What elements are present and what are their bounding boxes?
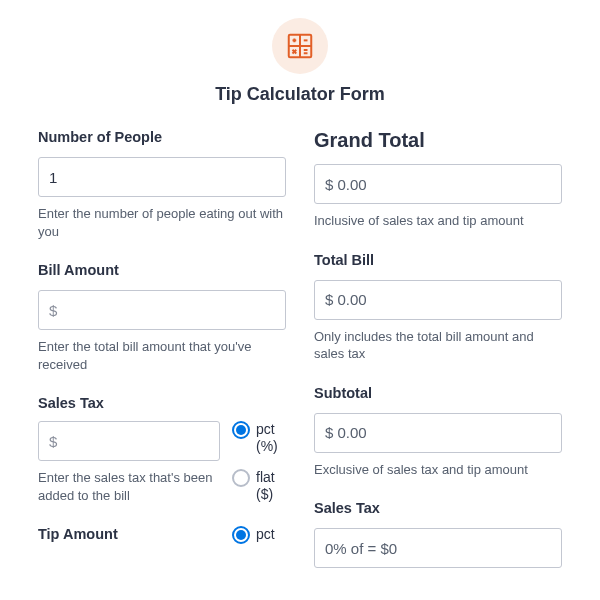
subtotal-help: Exclusive of sales tax and tip amount [314, 461, 562, 479]
form-header: Tip Calculator Form [38, 18, 562, 105]
bill-help: Enter the total bill amount that you've … [38, 338, 286, 373]
form-columns: Number of People Enter the number of peo… [38, 129, 562, 568]
sales-tax-flat-option[interactable]: flat ($) [232, 469, 286, 503]
radio-unchecked-icon [232, 469, 250, 487]
sales-tax-help: Enter the sales tax that's been added to… [38, 469, 220, 504]
sales-tax-pct-label: pct (%) [256, 421, 286, 455]
people-input[interactable] [38, 157, 286, 197]
inputs-column: Number of People Enter the number of peo… [38, 129, 286, 568]
grand-total-field: Grand Total Inclusive of sales tax and t… [314, 129, 562, 230]
grand-total-output [314, 164, 562, 204]
people-label: Number of People [38, 129, 286, 145]
tip-pct-label: pct [256, 526, 275, 543]
tip-pct-option[interactable]: pct [232, 526, 286, 544]
people-help: Enter the number of people eating out wi… [38, 205, 286, 240]
sales-tax-output-label: Sales Tax [314, 500, 562, 516]
tip-radio-group: pct [232, 526, 286, 544]
subtotal-field: Subtotal Exclusive of sales tax and tip … [314, 385, 562, 479]
radio-checked-icon [232, 421, 250, 439]
total-bill-field: Total Bill Only includes the total bill … [314, 252, 562, 363]
calculator-icon [272, 18, 328, 74]
bill-label: Bill Amount [38, 262, 286, 278]
total-bill-output [314, 280, 562, 320]
people-field: Number of People Enter the number of peo… [38, 129, 286, 240]
tip-field: Tip Amount pct [38, 526, 286, 544]
sales-tax-radio-group: pct (%) flat ($) [232, 421, 286, 502]
subtotal-label: Subtotal [314, 385, 562, 401]
sales-tax-output [314, 528, 562, 568]
sales-tax-pct-option[interactable]: pct (%) [232, 421, 286, 455]
bill-field: Bill Amount Enter the total bill amount … [38, 262, 286, 373]
grand-total-label: Grand Total [314, 129, 562, 152]
sales-tax-label: Sales Tax [38, 395, 104, 411]
tip-label: Tip Amount [38, 526, 118, 542]
subtotal-output [314, 413, 562, 453]
form-title: Tip Calculator Form [38, 84, 562, 105]
total-bill-label: Total Bill [314, 252, 562, 268]
tip-calculator-form: Tip Calculator Form Number of People Ent… [0, 0, 600, 568]
sales-tax-output-field: Sales Tax [314, 500, 562, 568]
total-bill-help: Only includes the total bill amount and … [314, 328, 562, 363]
grand-total-help: Inclusive of sales tax and tip amount [314, 212, 562, 230]
bill-input[interactable] [38, 290, 286, 330]
sales-tax-field: Sales Tax Enter the sales tax that's bee… [38, 395, 286, 504]
radio-checked-icon [232, 526, 250, 544]
sales-tax-flat-label: flat ($) [256, 469, 286, 503]
totals-column: Grand Total Inclusive of sales tax and t… [314, 129, 562, 568]
sales-tax-input[interactable] [38, 421, 220, 461]
